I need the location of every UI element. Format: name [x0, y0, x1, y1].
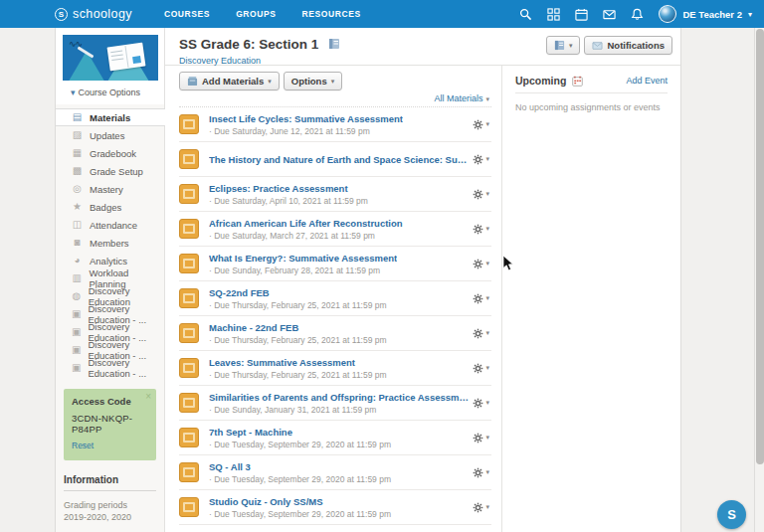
workload-planning-icon: ▥ — [72, 273, 82, 283]
material-title-link[interactable]: SQ - All 3 — [209, 461, 391, 472]
access-code-value: 3CDN-NKQP-P84PP — [72, 413, 148, 435]
materials-icon: ▤ — [72, 112, 83, 122]
course-card: ∿∿ ▾Course Options — [56, 28, 164, 104]
material-gear-menu[interactable]: ▾ — [471, 152, 491, 167]
apps-icon[interactable] — [547, 8, 560, 21]
gear-icon — [473, 293, 483, 304]
caret-down-icon: ▾ — [569, 42, 573, 50]
analytics-icon: ◕ — [72, 256, 83, 266]
sidebar-item-materials[interactable]: ▤ Materials — [56, 108, 165, 126]
material-gear-menu[interactable]: ▾ — [471, 117, 491, 132]
scrollbar-thumb[interactable] — [756, 29, 764, 464]
sidebar-item-badges[interactable]: ★ Badges — [56, 198, 164, 216]
support-chat-button[interactable]: S — [717, 500, 746, 529]
sidebar-item-updates[interactable]: ▨ Updates — [56, 126, 164, 144]
course-resources-menu-button[interactable]: ▾ — [546, 36, 581, 55]
material-title-link[interactable]: Studio Quiz - Only SS/MS — [209, 496, 391, 507]
chevron-down-icon: ▾ — [748, 10, 752, 19]
material-due-date: · Due Saturday, March 27, 2021 at 11:59 … — [209, 231, 403, 241]
caret-down-icon: ▾ — [485, 120, 489, 128]
assessment-icon — [179, 462, 199, 482]
material-gear-menu[interactable]: ▾ — [471, 187, 491, 202]
notebook-icon — [554, 40, 565, 51]
material-title-link[interactable]: What Is Energy?: Summative Assessment — [209, 253, 397, 264]
discovery-education-app-icon: ▣ — [72, 309, 81, 319]
notifications-button[interactable]: Notifications — [584, 36, 672, 55]
materials-list: Insect Life Cycles: Summative Assessment… — [179, 107, 491, 532]
materials-box-icon — [187, 76, 198, 87]
schoology-logo-icon: S — [55, 8, 68, 21]
material-due-date: · Due Saturday, June 12, 2021 at 11:59 p… — [209, 126, 403, 136]
calendar-icon[interactable] — [575, 8, 588, 21]
material-gear-menu[interactable]: ▾ — [471, 257, 491, 271]
material-title-link[interactable]: Insect Life Cycles: Summative Assessment — [209, 113, 403, 124]
material-row: African American Life After Reconstructi… — [179, 212, 491, 247]
gear-icon — [473, 259, 483, 269]
sidebar-item-grade-setup[interactable]: ▩ Grade Setup — [56, 162, 164, 180]
sidebar-item-members[interactable]: ◙ Members — [56, 234, 164, 252]
material-row: The History and Nature of Earth and Spac… — [179, 142, 491, 177]
materials-filter[interactable]: All Materials▾ — [179, 90, 491, 107]
add-materials-button[interactable]: Add Materials ▾ — [179, 72, 280, 90]
material-title-link[interactable]: Machine - 22nd FEB — [209, 322, 387, 333]
material-title-link[interactable]: 7th Sept - Machine — [209, 427, 391, 438]
course-subtitle-link[interactable]: Discovery Education — [179, 56, 261, 66]
caret-down-icon: ▾ — [485, 434, 489, 442]
material-title-link[interactable]: Similarities of Parents and Offspring: P… — [209, 392, 471, 403]
course-options-toggle[interactable]: ▾Course Options — [71, 88, 157, 97]
caret-down-icon: ▾ — [485, 503, 489, 511]
material-due-date: · Due Saturday, April 10, 2021 at 11:59 … — [209, 196, 368, 206]
sidebar-item-attendance[interactable]: ◫ Attendance — [56, 216, 164, 234]
user-menu[interactable]: DE Teacher 2 ▾ — [659, 5, 752, 23]
access-code-reset-link[interactable]: Reset — [72, 441, 94, 450]
page-scrollbar[interactable] — [754, 28, 764, 532]
primary-nav: COURSES GROUPS RESOURCES — [164, 9, 361, 19]
material-gear-menu[interactable]: ▾ — [471, 326, 491, 341]
material-gear-menu[interactable]: ▾ — [471, 361, 491, 376]
messages-icon[interactable] — [603, 8, 616, 21]
search-icon[interactable] — [519, 8, 532, 21]
sidebar-item-gradebook[interactable]: ▦ Gradebook — [56, 144, 164, 162]
material-row: Studio Quiz - Only SS/MS · Due Tuesday, … — [179, 490, 491, 525]
close-icon[interactable]: × — [145, 391, 151, 402]
material-gear-menu[interactable]: ▾ — [471, 396, 491, 411]
options-button[interactable]: Options ▾ — [284, 72, 342, 90]
schoology-logo[interactable]: S schoology — [55, 7, 132, 21]
material-title-link[interactable]: Leaves: Summative Assessment — [209, 357, 387, 368]
caret-down-icon: ▾ — [485, 329, 489, 337]
alerts-icon[interactable] — [631, 8, 644, 21]
sidebar-item-discovery-education-app[interactable]: ▣ Discovery Education - ... — [56, 359, 164, 377]
assessment-icon — [179, 358, 199, 378]
material-title-link[interactable]: African American Life After Reconstructi… — [209, 218, 403, 229]
nav-resources[interactable]: RESOURCES — [302, 9, 361, 19]
material-due-date: · Due Sunday, February 28, 2021 at 11:59… — [209, 266, 397, 275]
nav-courses[interactable]: COURSES — [164, 9, 210, 19]
material-gear-menu[interactable]: ▾ — [471, 291, 491, 306]
material-row: What Is Energy?: Summative Assessment · … — [179, 247, 491, 281]
assessment-icon — [179, 149, 199, 169]
material-gear-menu[interactable]: ▾ — [471, 500, 491, 515]
material-title-link[interactable]: SQ-22nd FEB — [209, 287, 387, 298]
caret-down-icon: ▾ — [485, 294, 489, 302]
upcoming-empty-text: No upcoming assignments or events — [515, 102, 668, 112]
navbar-right: DE Teacher 2 ▾ — [519, 5, 752, 23]
material-gear-menu[interactable]: ▾ — [471, 222, 491, 237]
material-gear-menu[interactable]: ▾ — [471, 431, 491, 445]
nav-groups[interactable]: GROUPS — [236, 9, 276, 19]
material-row: Insect Life Cycles: Summative Assessment… — [179, 107, 491, 142]
caret-down-icon: ▾ — [485, 95, 489, 102]
material-gear-menu[interactable]: ▾ — [471, 465, 491, 480]
gear-icon — [473, 328, 483, 339]
caret-down-icon: ▾ — [485, 364, 489, 372]
material-row: 7th Sept - Machine · Due Tuesday, Septem… — [179, 421, 491, 455]
material-row: Machine - 22nd FEB · Due Thursday, Febru… — [179, 316, 491, 351]
material-row: SQ - All 3 · Due Tuesday, September 29, … — [179, 455, 491, 490]
assessment-icon — [179, 497, 199, 517]
caret-down-icon: ▾ — [485, 155, 489, 163]
material-row: Eclipses: Practice Assessment · Due Satu… — [179, 177, 491, 212]
material-title-link[interactable]: Eclipses: Practice Assessment — [209, 183, 368, 194]
add-event-link[interactable]: Add Event — [626, 76, 668, 86]
material-title-link[interactable]: The History and Nature of Earth and Spac… — [209, 154, 471, 165]
sidebar-item-mastery[interactable]: ◎ Mastery — [56, 180, 164, 198]
upcoming-title: Upcoming — [515, 75, 566, 87]
